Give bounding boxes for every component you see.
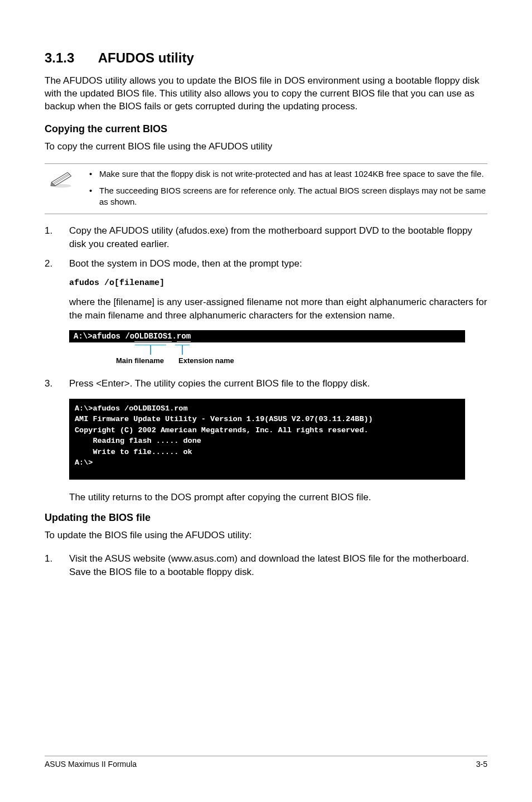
update-steps: 1. Visit the ASUS website (www.asus.com)… bbox=[45, 552, 487, 579]
step-number: 1. bbox=[45, 224, 52, 238]
copy-steps-3: 3. Press <Enter>. The utility copies the… bbox=[45, 377, 487, 391]
command-description: where the [filename] is any user-assigne… bbox=[69, 296, 487, 322]
intro-paragraph: The AFUDOS utility allows you to update … bbox=[45, 75, 487, 113]
page-footer: ASUS Maximus II Formula 3-5 bbox=[45, 756, 487, 769]
update-heading: Updating the BIOS file bbox=[45, 512, 487, 524]
footer-left: ASUS Maximus II Formula bbox=[45, 760, 137, 769]
section-heading: 3.1.3 AFUDOS utility bbox=[45, 50, 487, 66]
step-text: Copy the AFUDOS utility (afudos.exe) fro… bbox=[69, 225, 472, 250]
annotation-lines-icon bbox=[135, 345, 224, 357]
strip-dot: . bbox=[172, 332, 176, 341]
section-number: 3.1.3 bbox=[45, 50, 95, 66]
annot-main-label: Main filename bbox=[116, 356, 164, 365]
terminal-output: A:\>afudos /oOLDBIOS1.rom AMI Firmware U… bbox=[69, 399, 465, 480]
footer-right: 3-5 bbox=[476, 760, 487, 769]
copy-steps: 1. Copy the AFUDOS utility (afudos.exe) … bbox=[45, 224, 487, 271]
copy-heading: Copying the current BIOS bbox=[45, 123, 487, 135]
step-text: Press <Enter>. The utility copies the cu… bbox=[69, 378, 370, 389]
step-number: 3. bbox=[45, 377, 52, 391]
command-code: afudos /o[filename] bbox=[69, 278, 487, 288]
update-lead: To update the BIOS file using the AFUDOS… bbox=[45, 529, 487, 542]
strip-main: OLDBIOS1 bbox=[134, 332, 172, 342]
note-item: Make sure that the floppy disk is not wr… bbox=[88, 168, 487, 180]
step-text: Visit the ASUS website (www.asus.com) an… bbox=[69, 553, 469, 578]
note-box: Make sure that the floppy disk is not wr… bbox=[45, 163, 487, 214]
note-item: The succeeding BIOS screens are for refe… bbox=[88, 185, 487, 208]
step-item: 2. Boot the system in DOS mode, then at … bbox=[45, 257, 487, 271]
step-item: 1. Copy the AFUDOS utility (afudos.exe) … bbox=[45, 224, 487, 252]
after-terminal-text: The utility returns to the DOS prompt af… bbox=[69, 491, 487, 504]
copy-lead: To copy the current BIOS file using the … bbox=[45, 141, 487, 153]
note-pencil-icon bbox=[45, 168, 78, 208]
step-item: 1. Visit the ASUS website (www.asus.com)… bbox=[45, 552, 487, 579]
step-number: 2. bbox=[45, 257, 52, 271]
annotation: Main filename Extension name bbox=[69, 345, 487, 369]
section-title: AFUDOS utility bbox=[98, 50, 194, 65]
command-strip: A:\>afudos /oOLDBIOS1.rom bbox=[69, 330, 465, 342]
strip-ext: rom bbox=[177, 332, 191, 342]
step-item: 3. Press <Enter>. The utility copies the… bbox=[45, 377, 487, 391]
note-list: Make sure that the floppy disk is not wr… bbox=[88, 168, 487, 208]
step-number: 1. bbox=[45, 552, 52, 566]
annot-ext-label: Extension name bbox=[178, 356, 234, 365]
strip-prompt: A:\>afudos /o bbox=[74, 332, 134, 341]
command-bar: A:\>afudos /oOLDBIOS1.rom bbox=[69, 330, 465, 342]
step-text: Boot the system in DOS mode, then at the… bbox=[69, 258, 302, 269]
